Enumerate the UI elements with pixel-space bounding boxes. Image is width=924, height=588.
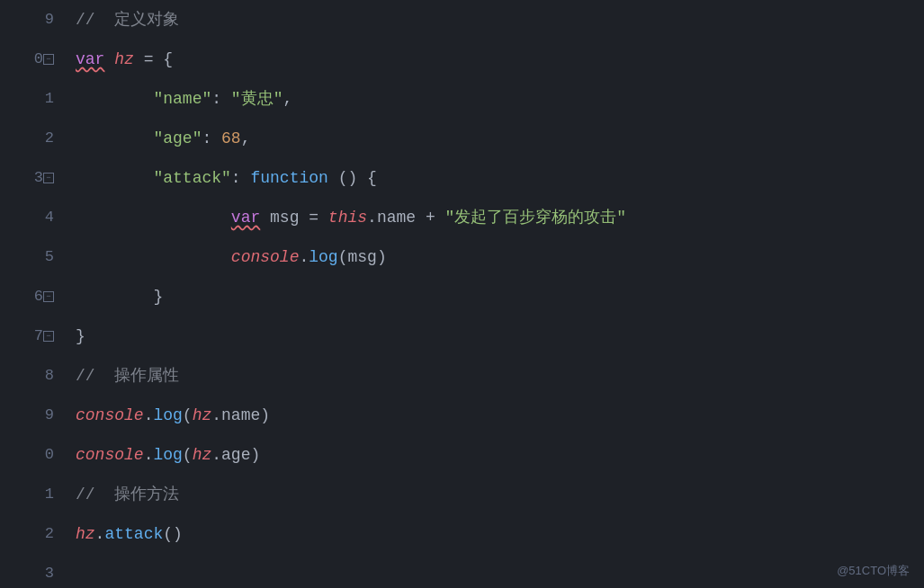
line-num: 2 xyxy=(45,514,54,554)
line-number-row: 0 − xyxy=(0,40,61,79)
code-line-close-inner: } xyxy=(76,277,924,316)
code-line-close-outer: } xyxy=(76,316,924,356)
dot: . xyxy=(144,435,154,475)
line-number-row: 5 xyxy=(0,237,61,277)
line-num: 7 xyxy=(34,316,43,356)
indent xyxy=(76,79,153,119)
log-method: log xyxy=(309,237,337,277)
log-method3: log xyxy=(153,435,182,475)
code-line-var-hz: var hz = { xyxy=(76,40,924,79)
line-number-row: 8 xyxy=(0,356,61,396)
paren-open: ( xyxy=(183,435,193,475)
hz-obj2: hz xyxy=(193,435,212,475)
keyword-function: function xyxy=(250,158,327,198)
indent xyxy=(76,119,153,158)
line-num: 3 xyxy=(34,158,43,198)
dot2: .name) xyxy=(211,396,270,435)
string-attack-msg: "发起了百步穿杨的攻击" xyxy=(445,198,627,237)
line-num: 6 xyxy=(34,277,43,316)
line-num: 9 xyxy=(45,396,54,435)
line-number-row: 9 xyxy=(0,0,61,40)
console-obj: console xyxy=(231,237,300,277)
string-age-key: "age" xyxy=(153,119,202,158)
line-num: 4 xyxy=(45,198,54,237)
equals: = { xyxy=(134,40,173,79)
string-attack-key: "attack" xyxy=(153,158,230,198)
comma: , xyxy=(241,119,251,158)
code-editor: 9 0 − 1 2 3 − 4 5 6 − xyxy=(0,0,924,588)
code-content: // 定义对象 var hz = { "name" : "黄忠" , "age"… xyxy=(61,0,924,588)
line-number-row: 1 xyxy=(0,475,61,514)
code-line-comment3: // 操作方法 xyxy=(76,475,924,514)
line-number-row: 2 xyxy=(0,119,61,158)
colon: : xyxy=(231,158,251,198)
comment-text2: // 操作属性 xyxy=(76,356,179,396)
fold-icon[interactable]: − xyxy=(43,291,54,302)
code-line-attack: "attack" : function () { xyxy=(76,158,924,198)
code-line-comment2: // 操作属性 xyxy=(76,356,924,396)
code-line-comment1: // 定义对象 xyxy=(76,0,924,40)
line-num: 0 xyxy=(45,435,54,475)
line-number-row: 9 xyxy=(0,396,61,435)
dot: . xyxy=(95,514,105,554)
close-brace-outer: } xyxy=(76,316,85,356)
line-num: 1 xyxy=(45,79,54,119)
indent xyxy=(76,277,153,316)
line-num: 9 xyxy=(45,0,54,40)
line-num: 1 xyxy=(45,475,54,514)
code-line-console-hz-name: console . log ( hz .name) xyxy=(76,396,924,435)
empty-line xyxy=(76,554,85,588)
comma: , xyxy=(283,79,292,119)
indent xyxy=(76,198,231,237)
indent xyxy=(76,158,153,198)
colon: : xyxy=(202,119,221,158)
dot: .name + xyxy=(367,198,444,237)
space xyxy=(104,40,114,79)
line-num: 8 xyxy=(45,356,54,396)
line-num: 0 xyxy=(34,40,43,79)
indent xyxy=(76,237,231,277)
dot: . xyxy=(299,237,309,277)
parens: () xyxy=(163,514,183,554)
space: msg = xyxy=(260,198,328,237)
var-hz: hz xyxy=(114,40,134,79)
code-line-empty xyxy=(76,554,924,588)
keyword-var: var xyxy=(76,40,104,79)
line-num: 2 xyxy=(45,119,54,158)
code-line-age: "age" : 68 , xyxy=(76,119,924,158)
hz-obj3: hz xyxy=(76,514,95,554)
watermark: @51CTO博客 xyxy=(837,563,910,579)
comment-text3: // 操作方法 xyxy=(76,475,179,514)
this-keyword: this xyxy=(328,198,367,237)
line-number-row: 6 − xyxy=(0,277,61,316)
keyword-var2: var xyxy=(231,198,260,237)
attack-method: attack xyxy=(104,514,163,554)
fold-icon[interactable]: − xyxy=(43,54,54,65)
code-line-console-hz-age: console . log ( hz .age) xyxy=(76,435,924,475)
line-num: 5 xyxy=(45,237,54,277)
string-name-val: "黄忠" xyxy=(231,79,283,119)
colon: : xyxy=(211,79,231,119)
line-num: 3 xyxy=(45,554,54,588)
code-line-name: "name" : "黄忠" , xyxy=(76,79,924,119)
code-line-msg: var msg = this .name + "发起了百步穿杨的攻击" xyxy=(76,198,924,237)
line-number-row: 2 xyxy=(0,514,61,554)
line-number-row: 4 xyxy=(0,198,61,237)
dot: . xyxy=(144,396,154,435)
string-name-key: "name" xyxy=(153,79,211,119)
number-68: 68 xyxy=(221,119,241,158)
line-number-row: 3 − xyxy=(0,158,61,198)
comment-text: // 定义对象 xyxy=(76,0,179,40)
dot2: .age) xyxy=(211,435,260,475)
line-number-row: 1 xyxy=(0,79,61,119)
fold-icon[interactable]: − xyxy=(43,331,54,342)
log-method2: log xyxy=(153,396,182,435)
line-number-row: 7 − xyxy=(0,316,61,356)
paren-open: ( xyxy=(183,396,193,435)
line-number-row: 0 xyxy=(0,435,61,475)
hz-obj: hz xyxy=(193,396,212,435)
code-line-console-log-msg: console . log (msg) xyxy=(76,237,924,277)
code-line-hz-attack: hz . attack () xyxy=(76,514,924,554)
func-params: () { xyxy=(328,158,377,198)
fold-icon[interactable]: − xyxy=(43,173,54,183)
